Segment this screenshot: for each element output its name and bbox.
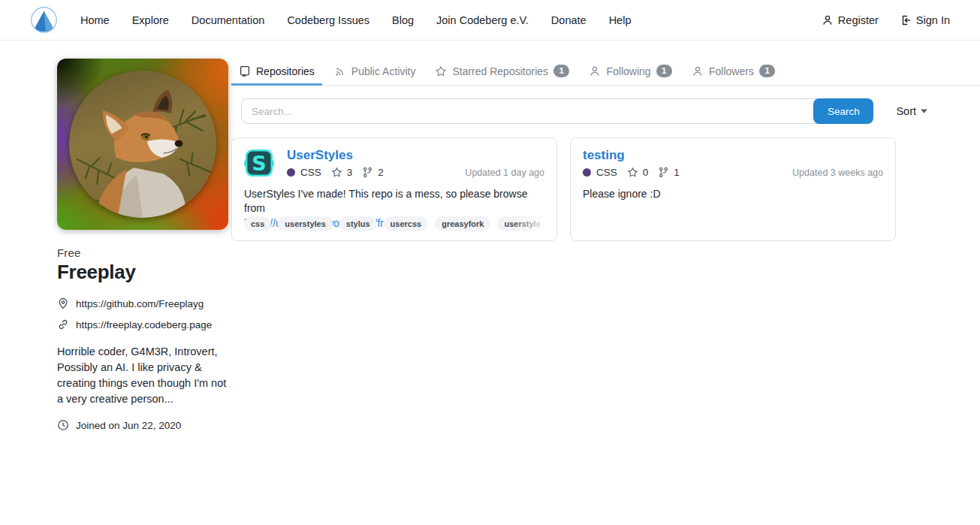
- main-panel: Repositories Public Activity Starred: [231, 59, 980, 431]
- content: Free Freeplay https://github.com/Freepla…: [0, 41, 980, 431]
- repo-description-text: UserStyles I've made! This repo is a mes…: [244, 187, 544, 216]
- profile-sidebar: Free Freeplay https://github.com/Freepla…: [57, 59, 231, 431]
- nav-explore[interactable]: Explore: [132, 14, 169, 26]
- userstyles-logo-icon: S: [244, 148, 274, 178]
- repo-icon: [239, 65, 251, 77]
- language-dot: [583, 168, 591, 177]
- tab-public-activity-label: Public Activity: [351, 65, 416, 77]
- repo-topics: css userstyles stylus usercss greasyfork…: [244, 216, 556, 231]
- search-button[interactable]: Search: [813, 98, 873, 124]
- codeberg-logo-icon[interactable]: [30, 6, 58, 34]
- nav-codeberg-issues[interactable]: Codeberg Issues: [287, 14, 369, 26]
- link-icon: [57, 318, 69, 330]
- star-count: 3: [347, 167, 353, 178]
- location-text: https://github.com/Freeplayg: [76, 298, 204, 309]
- sort-dropdown[interactable]: Sort: [896, 105, 927, 117]
- navbar: Home Explore Documentation Codeberg Issu…: [0, 0, 980, 41]
- repo-title-link[interactable]: testing: [583, 148, 625, 163]
- tab-repositories[interactable]: Repositories: [231, 59, 322, 86]
- sort-label: Sort: [896, 105, 916, 117]
- person-icon: [692, 65, 704, 77]
- caret-down-icon: [921, 109, 927, 113]
- topic-pill[interactable]: userstyles: [278, 216, 332, 231]
- topic-pill[interactable]: cascading-style-sheets: [554, 216, 556, 231]
- person-icon: [822, 14, 834, 26]
- tab-starred-repositories[interactable]: Starred Repositories 1: [427, 59, 577, 86]
- sign-in-icon: [900, 14, 912, 26]
- repo-description: Please ignore :D: [583, 187, 883, 201]
- profile-display-name: Freeplay: [57, 261, 231, 284]
- tab-followers[interactable]: Followers 1: [684, 59, 782, 86]
- profile-details: https://github.com/Freeplayg https://fre…: [57, 297, 231, 330]
- register-label: Register: [838, 14, 879, 26]
- nav-right: Register Sign In: [822, 14, 950, 26]
- fork-icon: [362, 167, 373, 178]
- nav-join-codeberg[interactable]: Join Codeberg e.V.: [436, 14, 529, 26]
- nav-donate[interactable]: Donate: [551, 14, 586, 26]
- tab-repositories-label: Repositories: [256, 65, 315, 77]
- topic-pill[interactable]: stylus: [339, 216, 377, 231]
- repo-card-userstyles: S UserStyles CSS: [231, 137, 557, 241]
- nav-help[interactable]: Help: [609, 14, 632, 26]
- fork-count: 2: [378, 167, 384, 178]
- repo-meta-row: CSS 0: [583, 167, 883, 178]
- svg-text:S: S: [252, 152, 266, 175]
- updated-timestamp: Updated 3 weeks ago: [792, 167, 883, 178]
- signin-label: Sign In: [916, 14, 950, 26]
- joined-text: Joined on Jun 22, 2020: [76, 420, 181, 431]
- tab-following[interactable]: Following 1: [581, 59, 680, 86]
- updated-timestamp: Updated 1 day ago: [465, 167, 544, 178]
- joined-row: Joined on Jun 22, 2020: [57, 419, 231, 431]
- following-count-badge: 1: [656, 65, 672, 78]
- avatar: [57, 59, 228, 230]
- nav-documentation[interactable]: Documentation: [191, 14, 265, 26]
- repo-head-right: UserStyles CSS 3: [287, 148, 544, 178]
- search-row: Search Sort: [231, 98, 980, 124]
- tab-public-activity[interactable]: Public Activity: [327, 59, 424, 86]
- star-icon: [435, 65, 447, 77]
- repo-card-testing: testing CSS 0: [570, 137, 896, 241]
- followers-count-badge: 1: [759, 65, 775, 78]
- location-pin-icon: [57, 297, 69, 309]
- rss-icon: [334, 65, 346, 77]
- repo-head-right: testing CSS 0: [583, 148, 883, 178]
- topic-pill[interactable]: userstyle: [497, 216, 547, 231]
- profile-bio: Horrible coder, G4M3R, Introvert, Possib…: [57, 344, 231, 407]
- fox-photo: [69, 71, 216, 218]
- language-dot: [287, 168, 295, 177]
- fork-count: 1: [674, 167, 680, 178]
- language-label: CSS: [300, 167, 321, 178]
- star-icon: [627, 167, 638, 178]
- topic-pill[interactable]: css: [244, 216, 271, 231]
- nav-home[interactable]: Home: [80, 14, 110, 26]
- register-button[interactable]: Register: [822, 14, 879, 26]
- website-row: https://freeplay.codeberg.page: [57, 318, 231, 330]
- topic-pill[interactable]: usercss: [384, 216, 429, 231]
- signin-button[interactable]: Sign In: [900, 14, 950, 26]
- profile-username: Free: [57, 246, 231, 259]
- star-count: 0: [643, 167, 649, 178]
- website-link[interactable]: https://freeplay.codeberg.page: [76, 319, 212, 330]
- person-icon: [589, 65, 601, 77]
- star-icon: [331, 167, 342, 178]
- repo-title-link[interactable]: UserStyles: [287, 148, 353, 163]
- repo-card-head: S UserStyles CSS: [244, 148, 544, 178]
- starred-count-badge: 1: [553, 65, 569, 78]
- location-row: https://github.com/Freeplayg: [57, 297, 231, 309]
- clock-icon: [57, 419, 69, 431]
- tab-following-label: Following: [606, 65, 650, 77]
- language-label: CSS: [596, 167, 617, 178]
- profile-tabs: Repositories Public Activity Starred: [231, 59, 980, 86]
- fork-icon: [658, 167, 669, 178]
- nav-links: Home Explore Documentation Codeberg Issu…: [80, 14, 631, 27]
- search-input-group: Search: [241, 98, 873, 124]
- search-input[interactable]: [242, 99, 873, 123]
- repo-meta-row: CSS 3: [287, 167, 544, 178]
- repo-list: S UserStyles CSS: [231, 137, 980, 241]
- tab-starred-label: Starred Repositories: [452, 65, 548, 77]
- nav-blog[interactable]: Blog: [392, 14, 414, 26]
- tab-followers-label: Followers: [709, 65, 754, 77]
- topic-pill[interactable]: greasyfork: [435, 216, 490, 231]
